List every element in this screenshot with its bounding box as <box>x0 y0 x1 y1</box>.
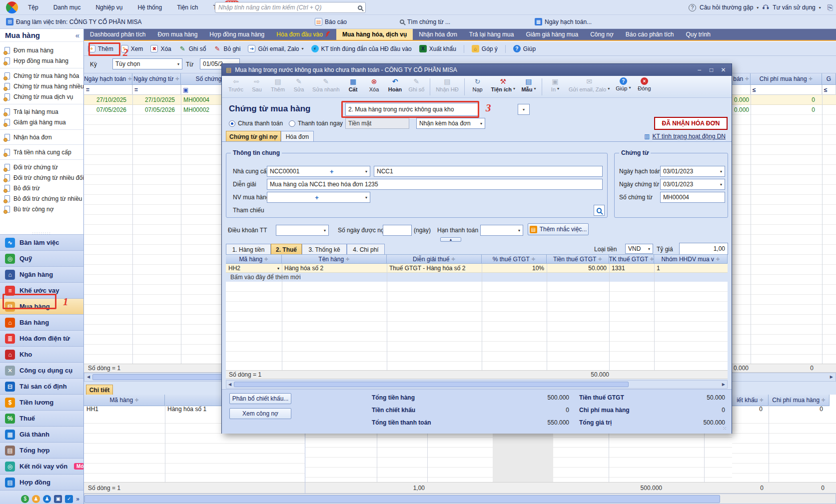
cell-ten-hang[interactable]: Hàng hóa số 2 <box>282 264 387 273</box>
chevron-down-icon[interactable]: ▾ <box>629 85 631 91</box>
tab-nhan-hoa-don[interactable]: Nhận hóa đơn <box>413 29 463 40</box>
col-header-sell[interactable]: bán✛ <box>732 73 751 85</box>
close-icon[interactable]: ✕ <box>719 66 728 73</box>
sidebar-item-chung-tu-mua-hang-hoa[interactable]: Chứng từ mua hàng hóa <box>0 70 83 81</box>
menu-catalog[interactable]: Danh mục <box>53 4 81 11</box>
pin-icon[interactable]: ✛ <box>532 257 536 262</box>
col-header-tien-thue[interactable]: Tiền thuế GTGT✛ <box>547 254 609 264</box>
filter-sell[interactable] <box>732 85 751 95</box>
delete-button[interactable]: ✖Xóa <box>150 45 171 52</box>
dialog-scrollbar[interactable]: ◀ ▶ <box>226 380 728 389</box>
scroll-left-icon[interactable]: ◀ <box>87 375 90 379</box>
menu-file[interactable]: Tệp <box>28 4 38 11</box>
table-row[interactable]: 0.000 0 <box>732 95 836 105</box>
tab-mua-hang-hoa-dich-vu[interactable]: Mua hàng hóa, dịch vụ <box>336 29 413 40</box>
chevron-down-icon[interactable]: ▾ <box>557 86 559 92</box>
add-new-icon[interactable]: + <box>330 168 334 175</box>
hr-person-icon[interactable]: ♟ <box>32 495 40 503</box>
module-khe-uoc-vay[interactable]: ≡Khế ước vay <box>0 282 83 298</box>
tab-chi-tiet[interactable]: Chi tiết <box>86 385 113 395</box>
tab-chung-tu-ghi-no[interactable]: Chứng từ ghi nợ <box>226 131 281 142</box>
voucher-type-select[interactable]: 2. Mua hàng trong nước không qua kho <box>345 103 479 116</box>
scroll-right-icon[interactable]: ▶ <box>830 375 833 379</box>
unpost-button[interactable]: ✎Bỏ ghi <box>213 45 240 52</box>
tab-hoa-don-dau-vao[interactable]: Hóa đơn đầu vào <box>270 29 336 40</box>
chevron-down-icon[interactable]: ▾ <box>608 86 610 92</box>
add-new-icon[interactable]: + <box>315 194 319 201</box>
post-button[interactable]: ✎Ghi sổ <box>406 77 427 92</box>
tab-cong-no[interactable]: Công nợ <box>584 29 620 40</box>
tab-tra-lai-hang-mua[interactable]: Trả lại hàng mua <box>463 29 520 40</box>
tab-chi-phi[interactable]: 4. Chi phí <box>347 244 385 255</box>
detail-discount[interactable]: 0 <box>732 405 765 414</box>
sidebar-item-tra-tien-ncc[interactable]: Trả tiền nhà cung cấp <box>0 147 83 157</box>
edit-button[interactable]: ✎Sửa <box>289 77 309 92</box>
tab-thue[interactable]: 2. Thuế <box>271 244 302 255</box>
reference-search-button[interactable] <box>594 205 605 216</box>
quick-edit-button[interactable]: ✎Sửa nhanh <box>310 77 342 92</box>
credit-days-input[interactable] <box>383 225 412 236</box>
module-tai-san-co-dinh[interactable]: ⊟Tài sản cố định <box>0 378 83 394</box>
col-header-pct-thue[interactable]: % thuế GTGT✛ <box>482 254 547 264</box>
supplier-code-combo[interactable]: NCC00001+▾ <box>267 166 370 177</box>
check-invoice-button[interactable]: ⚡︎KT tính đúng đắn của HĐ đầu vào <box>311 45 412 52</box>
search-input[interactable]: Nhập tính năng cần tìm kiếm (Ctrl + Q) <box>215 2 366 13</box>
module-ban-hang[interactable]: ⌂Bán hàng <box>0 314 83 330</box>
scroll-right-icon[interactable]: ▶ <box>722 382 725 387</box>
clipboard-icon[interactable]: ⎘ <box>828 3 833 12</box>
module-hoa-don-dien-tu[interactable]: ≣Hóa đơn điện tử <box>0 330 83 346</box>
desktop-icon[interactable]: ▣ <box>54 495 62 503</box>
module-cong-cu-dung-cu[interactable]: ✕Công cụ dụng cụ <box>0 362 83 378</box>
module-mua-hang[interactable]: ⊟Mua hàng <box>0 298 83 314</box>
sidebar-item-bo-doi-tru-nhieu[interactable]: Bỏ đối trừ chứng từ nhiều đố... <box>0 193 83 204</box>
sidebar-item-don-mua-hang[interactable]: Đơn mua hàng <box>0 45 83 55</box>
module-ket-noi-vay-von[interactable]: ◎Kết nối vay vốnMới <box>0 458 83 474</box>
checkbox-filter-icon[interactable]: ▣ <box>183 86 188 93</box>
pin-icon[interactable]: ✛ <box>175 76 179 81</box>
add-reminder-button[interactable]: ▤Thêm nhắc việc... <box>528 223 589 235</box>
scrollbar-thumb[interactable] <box>84 495 720 503</box>
collapse-panel-button[interactable]: ▲ <box>440 237 461 242</box>
tab-don-mua-hang[interactable]: Đơn mua hàng <box>151 29 203 40</box>
calendar-check-icon[interactable]: ✓ <box>65 495 73 503</box>
chevron-down-icon[interactable]: ▾ <box>513 86 515 92</box>
tab-bao-cao-phan-tich[interactable]: Báo cáo phân tích <box>620 29 680 40</box>
tab-hang-tien[interactable]: 1. Hàng tiền <box>226 244 271 255</box>
chevron-down-icon[interactable]: ▾ <box>364 195 367 200</box>
module-quy[interactable]: ◎Quỹ <box>0 250 83 266</box>
chevron-down-icon[interactable]: ▾ <box>719 182 722 187</box>
support-menu[interactable]: Tư vấn sử dụng <box>773 4 815 11</box>
cell-ma-hang[interactable]: HH2▾ <box>226 264 282 273</box>
pin-icon[interactable]: ✛ <box>598 257 602 262</box>
tab-dashboard[interactable]: Dashboard phân tích <box>84 29 151 40</box>
credit-term-select[interactable]: ▾ <box>276 225 329 236</box>
col-header-ma-hang[interactable]: Mã hàng✛ <box>226 254 282 264</box>
pin-icon[interactable]: ✛ <box>346 257 350 262</box>
radio-icon[interactable] <box>229 120 235 127</box>
pin-icon[interactable]: ✛ <box>760 398 764 403</box>
minimize-icon[interactable]: – <box>695 66 704 73</box>
money-bag-icon[interactable]: $ <box>21 495 29 503</box>
tab-giam-gia-hang-mua[interactable]: Giảm giá hàng mua <box>520 29 584 40</box>
tab-hop-dong-mua-hang[interactable]: Hợp đồng mua hàng <box>203 29 270 40</box>
module-thue[interactable]: %Thuế <box>0 410 83 426</box>
sidebar-item-doi-tru-chung-tu[interactable]: Đối trừ chứng từ <box>0 162 83 172</box>
module-gia-thanh[interactable]: ▦Giá thành <box>0 426 83 442</box>
chevron-down-icon[interactable]: ▾ <box>534 86 536 92</box>
delete-button[interactable]: ⊗Xóa <box>364 77 384 92</box>
period-select[interactable]: Tùy chọn▾ <box>112 58 182 69</box>
col-header-nhom-hhdv[interactable]: Nhóm HHDV mua v✛ <box>654 254 728 264</box>
view-debt-button[interactable]: Xem công nợ <box>229 408 291 419</box>
col-header-dien-giai-thue[interactable]: Diễn giải thuế✛ <box>387 254 482 264</box>
next-button[interactable]: ⇨Sau <box>247 77 267 92</box>
search-icon[interactable] <box>358 5 362 10</box>
reload-button[interactable]: ↻Nạp <box>468 77 488 92</box>
col-header-g[interactable]: G <box>822 73 836 85</box>
supplier-name-input[interactable]: NCC1 <box>374 166 603 177</box>
voucher-type-dropdown-button[interactable]: ▾ <box>518 104 530 115</box>
tax-grid-row[interactable]: HH2▾ Hàng hóa số 2 Thuế GTGT - Hàng hóa … <box>226 264 728 273</box>
table-row[interactable]: 27/10/2025 27/10/2025 MH00004 <box>84 95 237 105</box>
pin-icon[interactable]: ✛ <box>716 257 720 262</box>
currency-select[interactable]: VND▾ <box>625 244 653 254</box>
table-row[interactable]: 07/05/2026 07/05/2026 MH00002 <box>84 105 237 115</box>
